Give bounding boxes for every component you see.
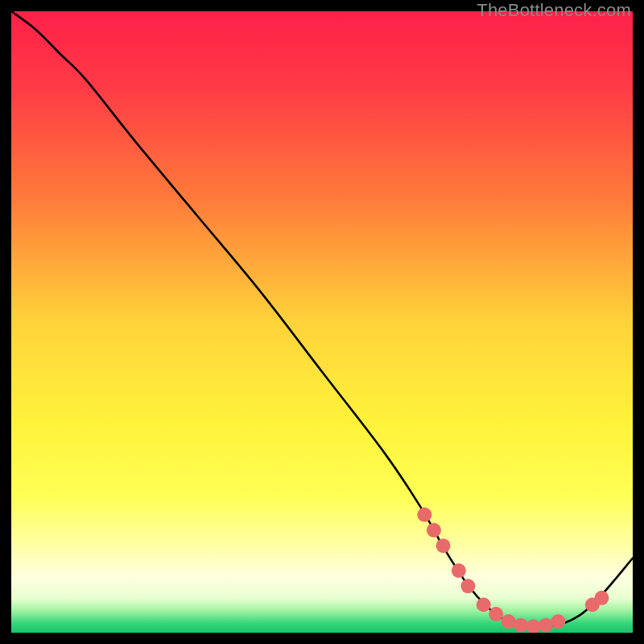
curve-marker <box>477 597 491 612</box>
curve-marker <box>417 507 431 522</box>
curve-marker <box>514 618 528 633</box>
curve-marker <box>489 607 503 621</box>
curve-marker <box>594 591 609 605</box>
curve-marker <box>551 614 565 629</box>
curve-marker <box>436 539 451 553</box>
curve-marker <box>502 614 516 629</box>
watermark-text: TheBottleneck.com <box>477 0 631 21</box>
curve-marker <box>452 564 466 578</box>
curve-marker <box>539 618 553 633</box>
curve-marker <box>427 523 441 538</box>
bottleneck-chart <box>11 11 633 633</box>
curve-marker <box>460 579 475 593</box>
plot-background <box>11 11 633 633</box>
chart-frame <box>11 11 633 633</box>
